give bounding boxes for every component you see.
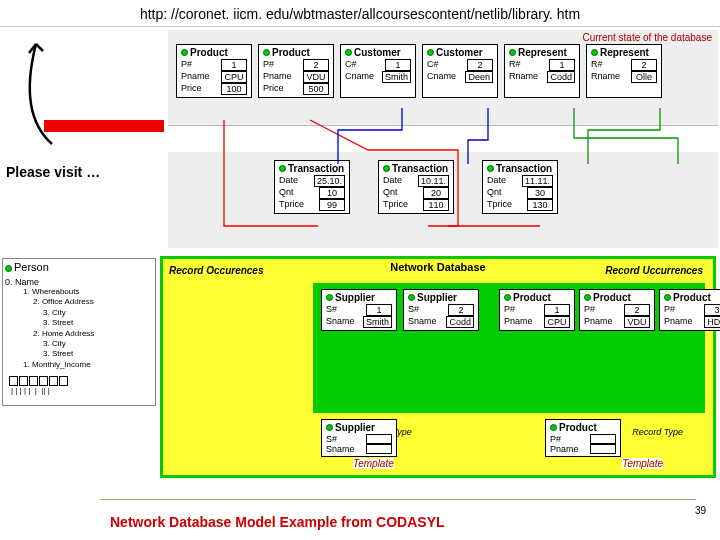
card-row: PnameCPU	[504, 316, 570, 328]
footer-rule	[100, 499, 696, 500]
card-row: S#2	[408, 304, 474, 316]
slide-caption: Network Database Model Example from CODA…	[110, 514, 720, 530]
card-value: Olle	[631, 71, 657, 83]
arrow-icon	[12, 36, 64, 146]
supplier-row: SupplierS#1SnameSmithSupplierS#2SnameCod…	[321, 289, 479, 331]
card-key: Tprice	[279, 199, 304, 211]
card-title: Product	[272, 47, 310, 58]
card-value: 2	[467, 59, 493, 71]
card-key: Tprice	[383, 199, 408, 211]
transaction-card-2: TransactionDate11.11.Qnt30Tprice130	[482, 160, 558, 214]
card-dot-icon	[487, 165, 494, 172]
card-value: HDD	[704, 316, 720, 328]
card-title: Transaction	[288, 163, 344, 174]
top-card-3: CustomerC#2CnameDeen	[422, 44, 498, 98]
card-key: R#	[509, 59, 521, 71]
card-row: P#1	[504, 304, 570, 316]
card-title: Product	[593, 292, 631, 303]
card-row: Sname	[326, 444, 392, 454]
card-dot-icon	[427, 49, 434, 56]
card-value	[590, 434, 616, 444]
card-title: Represent	[600, 47, 649, 58]
card-key: P#	[181, 59, 192, 71]
card-value: CPU	[544, 316, 570, 328]
transaction-card-1: TransactionDate10.11.Qnt20Tprice110	[378, 160, 454, 214]
card-value: Smith	[382, 71, 411, 83]
card-row: P#2	[584, 304, 650, 316]
card-dot-icon	[664, 294, 671, 301]
card-key: Qnt	[383, 187, 398, 199]
card-row: Pname	[550, 444, 616, 454]
supplier-card-0: SupplierS#1SnameSmith	[321, 289, 397, 331]
card-value	[590, 444, 616, 454]
card-title: Product	[190, 47, 228, 58]
card-dot-icon	[591, 49, 598, 56]
card-key: R#	[591, 59, 603, 71]
card-key: Cname	[427, 71, 456, 83]
card-key: Tprice	[487, 199, 512, 211]
card-value: 2	[303, 59, 329, 71]
netdb-title: Network Database	[390, 261, 485, 273]
card-key: P#	[504, 304, 515, 316]
product-template-row: ProductP#Pname	[545, 419, 621, 457]
card-row: P#1	[181, 59, 247, 71]
card-row: Date25.10.	[279, 175, 345, 187]
card-row: S#1	[326, 304, 392, 316]
card-title: Customer	[354, 47, 401, 58]
card-value: 30	[527, 187, 553, 199]
card-value: 1	[221, 59, 247, 71]
card-value: 1	[549, 59, 575, 71]
state-label: Current state of the database	[582, 32, 712, 43]
card-key: C#	[345, 59, 357, 71]
top-card-0: ProductP#1PnameCPUPrice100	[176, 44, 252, 98]
card-row: P#	[550, 434, 616, 444]
supplier-template-row: SupplierS#Sname	[321, 419, 397, 457]
card-row: SnameSmith	[326, 316, 392, 328]
card-key: Pname	[181, 71, 210, 83]
card-row: P#2	[263, 59, 329, 71]
page-number: 39	[695, 505, 706, 516]
card-key: S#	[326, 304, 337, 316]
card-row: Qnt30	[487, 187, 553, 199]
card-key: Sname	[326, 444, 355, 454]
card-title: Product	[513, 292, 551, 303]
person-item: 2. Office Address	[13, 297, 153, 307]
card-value: Deen	[465, 71, 493, 83]
card-value: 100	[221, 83, 247, 95]
card-value: 3	[704, 304, 720, 316]
person-dot-icon	[5, 265, 12, 272]
card-value: 10	[319, 187, 345, 199]
card-row: Date11.11.	[487, 175, 553, 187]
card-dot-icon	[584, 294, 591, 301]
card-value	[366, 434, 392, 444]
green-occurrences-area: SupplierS#1SnameSmithSupplierS#2SnameCod…	[313, 283, 705, 413]
card-key: Rname	[591, 71, 620, 83]
card-row: RnameOlle	[591, 71, 657, 83]
top-card-4: RepresentR#1RnameCodd	[504, 44, 580, 98]
card-key: Qnt	[487, 187, 502, 199]
person-item: 3. City	[13, 308, 153, 318]
card-row: C#2	[427, 59, 493, 71]
person-box: Person 0. Name 1. Whereabouts2. Office A…	[2, 258, 156, 406]
card-key: S#	[408, 304, 419, 316]
card-row: CnameSmith	[345, 71, 411, 83]
card-row: Qnt10	[279, 187, 345, 199]
card-key: C#	[427, 59, 439, 71]
card-dot-icon	[408, 294, 415, 301]
card-row: P#3	[664, 304, 720, 316]
product-template-card: ProductP#Pname	[545, 419, 621, 457]
card-dot-icon	[326, 424, 333, 431]
card-key: Pname	[550, 444, 579, 454]
top-card-1: ProductP#2PnameVDUPrice500	[258, 44, 334, 98]
supplier-template-card: SupplierS#Sname	[321, 419, 397, 457]
card-title: Customer	[436, 47, 483, 58]
record-occurences-right: Record Uccurrences	[605, 265, 703, 276]
card-key: P#	[263, 59, 274, 71]
template-label-right: Template	[622, 458, 663, 469]
person-boxes	[5, 376, 153, 386]
person-item: 2. Home Address	[13, 329, 153, 339]
product-card-2: ProductP#3PnameHDD	[659, 289, 720, 331]
card-key: Sname	[408, 316, 437, 328]
card-row: S#	[326, 434, 392, 444]
card-value: 99	[319, 199, 345, 211]
